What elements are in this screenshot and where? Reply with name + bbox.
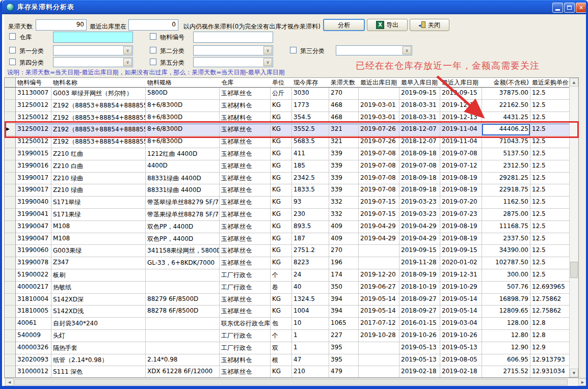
table-cell[interactable]: 540009 xyxy=(16,330,51,342)
table-row[interactable]: 31990047M108双色PP，4400D玉祁草丝仓KG893.5409201… xyxy=(5,221,570,233)
table-cell[interactable]: KG xyxy=(271,209,292,221)
table-cell[interactable]: 5137.50 xyxy=(482,148,530,160)
table-cell[interactable]: 12.913793 xyxy=(530,354,570,367)
table-row[interactable]: 51900022板刷工厂行政仓个241742019-12-202018-09-1… xyxy=(5,269,570,282)
table-cell[interactable]: 29281.25 xyxy=(482,173,530,185)
table-cell[interactable]: 2019-03-23 xyxy=(399,209,440,221)
row-indicator[interactable] xyxy=(5,136,16,148)
table-cell[interactable]: KG xyxy=(271,184,292,197)
table-cell[interactable]: KG xyxy=(271,233,292,245)
table-cell[interactable]: 12.693965 xyxy=(530,282,570,294)
cat1-checkbox[interactable] xyxy=(9,47,16,53)
table-cell[interactable]: 8+6/8300D xyxy=(146,124,220,136)
table-cell[interactable]: 2019-12-20 xyxy=(359,269,399,282)
table-cell[interactable]: 12.5 xyxy=(530,209,570,221)
table-cell[interactable]: 玉祁草丝仓 xyxy=(220,366,271,377)
table-cell[interactable]: 339 xyxy=(329,184,359,197)
scroll-right-button[interactable]: ▶ xyxy=(578,378,587,386)
table-cell[interactable]: 12.8 xyxy=(530,318,570,330)
table-cell[interactable]: 2019-08-19 xyxy=(440,233,482,245)
table-cell[interactable]: 227 xyxy=(329,330,359,342)
row-indicator[interactable] xyxy=(5,318,16,330)
table-cell[interactable]: 468 xyxy=(329,112,359,124)
table-cell[interactable]: 玉祁材料仓 xyxy=(220,100,271,112)
table-row[interactable]: 31810005S142XD浅88278 6F/8500D玉祁草丝仓KG1004… xyxy=(5,305,570,318)
row-indicator[interactable] xyxy=(5,330,16,342)
table-cell[interactable]: Z192（88853+88854+888855 带茎 xyxy=(51,124,146,136)
table-cell[interactable]: 394 xyxy=(329,294,359,306)
chevron-down-icon[interactable]: ∨ xyxy=(123,58,132,66)
table-cell[interactable]: 411 xyxy=(292,148,329,160)
column-header[interactable]: 最近入库日期 xyxy=(440,78,482,87)
table-cell[interactable]: KG xyxy=(271,221,292,233)
vertical-scrollbar[interactable]: ▲ ▼ xyxy=(569,78,578,377)
table-cell[interactable]: 2019-11-28 xyxy=(399,257,440,269)
table-cell[interactable]: 根 xyxy=(271,354,292,367)
table-cell[interactable]: 双色PP，4400D xyxy=(146,233,220,245)
table-cell[interactable]: 71043.75 xyxy=(482,136,530,148)
table-cell[interactable]: 2019-09-15 xyxy=(440,245,482,257)
table-cell[interactable] xyxy=(359,257,399,269)
table-cell[interactable]: 工厂行政仓 xyxy=(220,282,271,294)
table-cell[interactable]: 395 xyxy=(329,342,359,354)
table-cell[interactable]: 12.5 xyxy=(530,173,570,185)
table-cell[interactable]: 32020093 xyxy=(16,354,51,367)
maximize-button[interactable] xyxy=(564,3,575,13)
table-row[interactable]: 40000326隔热手套工厂行政仓双13952019-05-132019-05-… xyxy=(5,342,570,354)
table-cell[interactable]: Z192（88853+88854+888855 带茎 xyxy=(51,136,146,148)
table-cell[interactable]: 玉祁草丝仓 xyxy=(220,245,271,257)
table-cell[interactable]: 个 xyxy=(271,269,292,282)
table-cell[interactable]: KG xyxy=(271,366,292,377)
export-button[interactable]: X 导出 xyxy=(367,19,408,31)
table-cell[interactable]: 5683.5 xyxy=(292,136,329,148)
row-indicator[interactable]: ▶ xyxy=(5,124,16,136)
table-cell[interactable]: 12.5 xyxy=(530,184,570,197)
table-cell[interactable]: 31250012 xyxy=(16,112,51,124)
table-cell[interactable]: 2019-05-14 xyxy=(359,294,399,306)
table-cell[interactable]: 12.5 xyxy=(530,160,570,173)
table-row[interactable]: 540009头灯工厂行政仓个12272019-10-282019-10-2620… xyxy=(5,330,570,342)
table-cell[interactable]: 带茎翠绿单丝88279 5F/7300 xyxy=(146,197,220,209)
table-cell[interactable]: 2019-11-04 xyxy=(440,136,482,148)
table-cell[interactable]: 409 xyxy=(329,233,359,245)
table-cell[interactable]: 玉祁草丝仓 xyxy=(220,233,271,245)
table-cell[interactable]: 2019-05-13 xyxy=(399,354,440,367)
table-cell[interactable]: 1162.50 xyxy=(482,197,530,209)
table-cell[interactable]: 31000012 xyxy=(16,366,51,377)
table-cell[interactable]: 468 xyxy=(329,100,359,112)
table-cell[interactable]: 玉祁草丝仓 xyxy=(220,160,271,173)
table-cell[interactable]: 热敏纸 xyxy=(51,282,146,294)
table-cell[interactable]: 12.5 xyxy=(530,269,570,282)
row-indicator[interactable] xyxy=(5,112,16,124)
analyze-button[interactable]: 分析 xyxy=(323,19,365,31)
table-cell[interactable]: 2019-03-01 xyxy=(359,112,399,124)
table-cell[interactable]: 2019-05-14 xyxy=(440,305,482,318)
horizontal-scrollbar[interactable]: ◀ ▶ xyxy=(4,378,588,386)
table-cell[interactable]: 12.5 xyxy=(530,257,570,269)
table-cell[interactable]: 2312.50 xyxy=(482,160,530,173)
table-row[interactable]: 31990041S171果绿带茎果绿单丝88278 5F/7300玉祁草丝仓KG… xyxy=(5,209,570,221)
table-cell[interactable] xyxy=(359,354,399,367)
table-cell[interactable]: 2018-09-27 xyxy=(399,305,440,318)
table-cell[interactable]: 44406.25 xyxy=(482,124,530,136)
cat4-checkbox[interactable] xyxy=(9,59,16,65)
table-cell[interactable]: 12.5 xyxy=(530,100,570,112)
table-cell[interactable]: 2018-12-07 xyxy=(399,124,440,136)
column-header[interactable]: 物料规格 xyxy=(146,78,220,87)
table-cell[interactable]: 8+6/8300D xyxy=(146,112,220,124)
table-cell[interactable]: 2019-07-08 xyxy=(359,160,399,173)
table-cell[interactable]: 2019-07-26 xyxy=(359,124,399,136)
table-cell[interactable]: 11168.75 xyxy=(482,221,530,233)
table-cell[interactable]: 332 xyxy=(329,197,359,209)
table-cell[interactable]: 2019-09-15 xyxy=(440,88,482,100)
table-cell[interactable]: 88278 6F/8500D xyxy=(146,305,220,318)
table-cell[interactable]: 2018-10-19 xyxy=(399,282,440,294)
table-cell[interactable]: 2019-07-08 xyxy=(399,160,440,173)
table-row[interactable]: 31810004S142XD深88279 6F/8500D玉祁草丝仓KG1324… xyxy=(5,294,570,306)
table-cell[interactable]: 40061 xyxy=(16,318,51,330)
column-header[interactable]: 物料编号 xyxy=(16,78,51,87)
table-cell[interactable]: 2019-03-23 xyxy=(399,197,440,209)
chevron-down-icon[interactable]: ∨ xyxy=(263,46,272,54)
row-indicator[interactable] xyxy=(5,282,16,294)
table-cell[interactable]: S171果绿 xyxy=(51,209,146,221)
